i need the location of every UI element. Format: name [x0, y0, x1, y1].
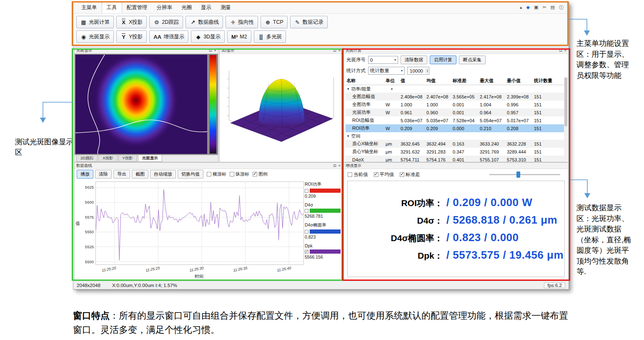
screenshot-button[interactable]: 截图: [132, 170, 148, 179]
h-cursor-checkbox[interactable]: [207, 172, 211, 176]
current-value-checkbox[interactable]: [348, 172, 352, 177]
menu-tab-display[interactable]: 显示: [196, 3, 216, 13]
menu-tab-main-menu[interactable]: 主菜单: [77, 3, 102, 13]
scissors-icon[interactable]: ✂: [542, 5, 546, 11]
legend-series-checkbox[interactable]: [305, 189, 308, 193]
tool-label: 数据记录: [303, 19, 323, 26]
clear-button[interactable]: 清除: [95, 170, 112, 179]
float-icon[interactable]: ⊡: [333, 164, 336, 168]
play-button[interactable]: 播放: [77, 170, 93, 179]
tool-pointing-button[interactable]: ✛ 指向性: [226, 16, 258, 28]
spin-down-icon[interactable]: ▾: [427, 71, 428, 73]
toggle-mean-button[interactable]: 切换均值: [178, 170, 203, 179]
tab-y-projection[interactable]: Y投影: [118, 155, 137, 162]
col-header[interactable]: 值: [400, 78, 426, 84]
pin-icon[interactable]: ◆: [526, 5, 530, 11]
col-header[interactable]: 统计数量: [533, 78, 556, 84]
close-icon[interactable]: ×: [564, 48, 566, 53]
tool-3d-display-button[interactable]: ◆ 3D显示: [191, 30, 225, 43]
font-size-slider[interactable]: [489, 174, 560, 175]
tool-spot-calc-button[interactable]: ▦ 光斑计算: [76, 16, 114, 28]
close-icon[interactable]: ×: [338, 164, 341, 168]
tab-2d-tracking[interactable]: 2D跟踪: [76, 155, 98, 162]
col-header[interactable]: 名称: [346, 78, 385, 84]
beam-2d-image[interactable]: [75, 55, 207, 154]
readout-box: ROI功率： / 0.209 / 0.000 W D4σ： / 5268.818…: [347, 181, 565, 277]
spot-index-value: 0: [370, 58, 373, 63]
menu-tab-aperture[interactable]: 光圈: [177, 3, 196, 13]
chevron-down-icon[interactable]: ▾: [347, 87, 349, 91]
tab-spot-display[interactable]: 光斑显示: [138, 155, 162, 162]
stddev-checkbox[interactable]: [400, 172, 404, 177]
tool-spot-display-button[interactable]: ◉ 光斑显示: [76, 30, 114, 43]
tool-x-projection-button[interactable]: X X投影: [116, 16, 147, 28]
stat-count-spinner[interactable]: 10000 ▴ ▾: [407, 67, 429, 75]
col-header[interactable]: 最大值: [479, 78, 506, 84]
tool-m2-button[interactable]: M² M2: [227, 30, 251, 43]
beam-image-area[interactable]: [75, 54, 218, 155]
tool-2d-tracking-button[interactable]: ⚙ 2D跟踪: [149, 16, 183, 28]
col-header[interactable]: 标准差: [452, 78, 479, 84]
close-icon[interactable]: ×: [214, 48, 216, 53]
tab-x-projection[interactable]: X投影: [98, 155, 117, 162]
tool-data-curve-button[interactable]: ↗ 数据曲线: [185, 16, 223, 28]
surface-3d-plot[interactable]: [220, 54, 342, 162]
float-icon[interactable]: ⊡: [559, 48, 562, 53]
table-row-d4sigma-x[interactable]: D4σXμm5754.7115754.1760.4015755.1075753.…: [346, 156, 566, 162]
table-row-spot-power[interactable]: 光斑功率W0.9610.9600.0010.9640.957151: [346, 108, 566, 116]
filter-caret-icon[interactable]: ▼: [391, 88, 393, 91]
table-scrollbar[interactable]: [564, 77, 568, 161]
clear-data-button[interactable]: 清除数据: [401, 55, 427, 64]
tool-enhanced-display-button[interactable]: AA 增强显示: [149, 30, 188, 43]
auto-scale-button[interactable]: 自动缩放: [150, 170, 176, 179]
tool-data-record-button[interactable]: ✎ 数据记录: [290, 16, 328, 28]
float-icon[interactable]: ⊡: [209, 48, 212, 53]
tool-multi-spot-button[interactable]: ⣿ 多光斑: [254, 30, 286, 43]
table-group-power-energy[interactable]: ▾ 功率/能量 ▼: [346, 85, 566, 93]
v-cursor-checkbox[interactable]: [230, 172, 234, 176]
enable-calc-button[interactable]: 启用计算: [430, 55, 456, 64]
table-row-roi-amplitude[interactable]: ROI总幅值5.036e+075.035e+077.528e+045.054e+…: [346, 116, 566, 124]
curve-legend: ROI功率 0.209 D4σ 5268.781 D4σ椭圆率: [305, 181, 341, 263]
spot-index-select[interactable]: 0 ▾: [368, 56, 398, 64]
tool-y-projection-button[interactable]: Y Y投影: [116, 30, 147, 43]
legend-series-checkbox[interactable]: [305, 230, 308, 234]
float-icon[interactable]: ⊡: [333, 48, 336, 53]
col-header[interactable]: 单位: [385, 78, 400, 84]
group-label: 空间: [351, 133, 361, 139]
readout-ellipticity: D4σ椭圆率： / 0.823 / 0.000: [348, 231, 564, 244]
menu-tab-resolution[interactable]: 分辨率: [152, 3, 177, 13]
stat-mode-select[interactable]: 统计数量 ▾: [368, 67, 405, 75]
lock-icon[interactable]: ▣: [534, 5, 538, 11]
table-row-roi-power[interactable]: ROI功率W0.2090.2090.0000.2100.208151: [346, 124, 566, 132]
legend-series-checkbox[interactable]: [305, 250, 308, 254]
table-group-spatial[interactable]: ▾ 空间: [346, 132, 566, 140]
collapse-icon[interactable]: ▴: [520, 5, 522, 11]
export-button[interactable]: 导出: [113, 170, 130, 179]
chevron-down-icon[interactable]: ▾: [347, 134, 349, 138]
info-icon[interactable]: ⓘ: [559, 5, 564, 11]
mean-value-checkbox[interactable]: [374, 172, 378, 177]
tool-label: 多光斑: [266, 33, 282, 40]
curve-plot[interactable]: [95, 181, 304, 265]
menu-tab-config-manage[interactable]: 配置管理: [122, 3, 152, 13]
y-tick: 5525: [80, 244, 94, 249]
legend-checkbox[interactable]: [253, 172, 257, 176]
table-row-full-power[interactable]: 全图功率W1.0001.0000.0011.0040.996151: [346, 101, 566, 108]
menu-tab-tools[interactable]: 工具: [102, 2, 122, 13]
legend-value: 5268.781: [305, 214, 341, 219]
table-row-centroid-x[interactable]: 质心X轴坐标μm3632.6453632.4940.1633633.240363…: [346, 140, 566, 148]
close-icon[interactable]: ×: [338, 48, 341, 53]
table-row-centroid-y[interactable]: 质心Y轴坐标μm3291.6323291.2830.3473291.769328…: [346, 148, 566, 156]
breakpoint-capture-button[interactable]: 断点采集: [459, 55, 486, 64]
legend-series-checkbox[interactable]: [305, 209, 308, 213]
window-icon[interactable]: ▤: [551, 5, 555, 11]
scrollbar-thumb[interactable]: [564, 78, 567, 126]
col-header[interactable]: 最小值: [506, 78, 533, 84]
slider-handle[interactable]: [516, 171, 520, 178]
surface-3d-panel: 3D显示 ⊡ ×: [219, 47, 343, 162]
col-header[interactable]: 均值: [426, 78, 452, 84]
tool-tcp-button[interactable]: ⊕ TCP: [261, 16, 288, 28]
table-row-full-amplitude[interactable]: 全图总幅值2.408e+082.407e+083.565e+052.417e+0…: [346, 93, 566, 101]
menu-tab-measure[interactable]: 测量: [216, 3, 236, 13]
